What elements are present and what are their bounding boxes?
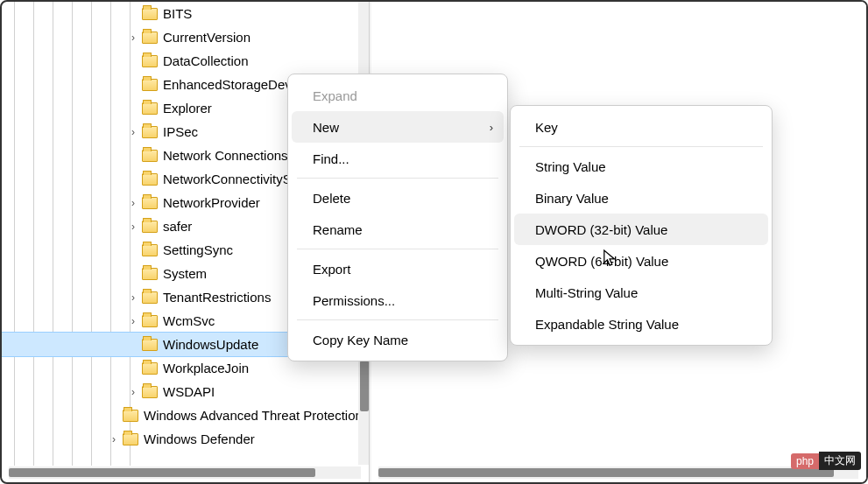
folder-icon	[142, 126, 158, 138]
tree-item-label: Explorer	[163, 101, 212, 116]
tree-item-label: WorkplaceJoin	[163, 361, 249, 375]
menu-separator	[297, 249, 498, 249]
tree-item-label: Network Connections	[163, 148, 288, 163]
tree-item-label: NetworkProvider	[163, 195, 260, 210]
tree-item-label: WcmSvc	[163, 313, 215, 328]
folder-icon	[142, 339, 158, 351]
folder-icon	[142, 32, 158, 44]
folder-icon	[142, 102, 158, 115]
chevron-right-icon[interactable]: ›	[126, 220, 140, 234]
tree-item[interactable]: DataCollection	[2, 49, 370, 73]
folder-icon	[142, 8, 158, 20]
folder-icon	[142, 362, 158, 375]
menu-item-label: Multi-String Value	[535, 285, 638, 300]
tree-horizontal-scrollbar[interactable]	[9, 466, 361, 479]
watermark-left: php	[791, 453, 819, 469]
scrollbar-thumb[interactable]	[378, 468, 834, 477]
folder-icon	[142, 386, 158, 398]
submenu-item[interactable]: QWORD (64-bit) Value	[514, 245, 768, 277]
menu-item-label: QWORD (64-bit) Value	[535, 254, 668, 269]
folder-icon	[142, 291, 158, 304]
menu-item-label: DWORD (32-bit) Value	[535, 222, 667, 237]
menu-item-label: Export	[313, 262, 350, 277]
chevron-right-icon[interactable]: ›	[126, 125, 140, 139]
chevron-right-icon: ›	[490, 121, 493, 134]
chevron-right-icon[interactable]: ›	[107, 432, 121, 446]
watermark-right: 中文网	[819, 452, 861, 470]
tree-item[interactable]: ›WSDAPI	[2, 380, 370, 403]
folder-icon	[142, 150, 158, 162]
context-menu-item: Expand	[292, 80, 504, 111]
tree-item[interactable]: BITS	[2, 2, 370, 25]
folder-icon	[123, 410, 138, 422]
context-menu-item[interactable]: Delete	[292, 182, 504, 214]
tree-item-label: WSDAPI	[163, 384, 215, 399]
folder-icon	[142, 79, 158, 91]
tree-item[interactable]: ›CurrentVersion	[2, 25, 370, 49]
tree-item-label: CurrentVersion	[163, 30, 251, 45]
menu-item-label: Delete	[313, 191, 350, 206]
context-submenu-new: KeyString ValueBinary ValueDWORD (32-bit…	[510, 105, 773, 346]
tree-item-label: SettingSync	[163, 242, 233, 257]
tree-item-label: IPSec	[163, 124, 198, 139]
tree-item-label: safer	[163, 219, 192, 234]
tree-item-label: TenantRestrictions	[163, 290, 271, 305]
menu-item-label: Find...	[313, 151, 349, 166]
menu-item-label: Expand	[313, 88, 357, 103]
tree-item[interactable]: Windows Advanced Threat Protection	[2, 403, 370, 427]
tree-item-label: BITS	[163, 6, 192, 21]
submenu-item[interactable]: Expandable String Value	[514, 308, 768, 340]
menu-item-label: Copy Key Name	[313, 333, 408, 347]
context-menu-item[interactable]: Export	[292, 253, 504, 284]
folder-icon	[142, 197, 158, 209]
tree-item-label: DataCollection	[163, 53, 249, 68]
submenu-item[interactable]: DWORD (32-bit) Value	[514, 214, 768, 245]
chevron-right-icon[interactable]: ›	[126, 196, 140, 210]
menu-item-label: Key	[535, 120, 558, 135]
scrollbar-thumb[interactable]	[360, 361, 369, 411]
chevron-right-icon[interactable]: ›	[126, 31, 140, 45]
context-menu-item[interactable]: Rename	[292, 214, 504, 245]
menu-item-label: New	[313, 120, 339, 135]
folder-icon	[142, 315, 158, 327]
folder-icon	[123, 433, 138, 445]
context-menu-item[interactable]: Copy Key Name	[292, 324, 504, 355]
folder-icon	[142, 221, 158, 233]
scrollbar-thumb[interactable]	[9, 468, 315, 477]
folder-icon	[142, 244, 158, 256]
submenu-item[interactable]: Binary Value	[514, 182, 768, 214]
context-menu-item[interactable]: Find...	[292, 143, 504, 174]
chevron-right-icon[interactable]: ›	[126, 385, 140, 399]
chevron-right-icon[interactable]: ›	[126, 291, 140, 305]
watermark: php 中文网	[791, 452, 861, 470]
folder-icon	[142, 173, 158, 186]
menu-separator	[519, 146, 763, 147]
folder-icon	[142, 268, 158, 280]
values-horizontal-scrollbar[interactable]	[378, 466, 858, 479]
tree-item-label: WindowsUpdate	[163, 337, 258, 352]
menu-item-label: Expandable String Value	[535, 317, 679, 332]
chevron-right-icon[interactable]: ›	[126, 314, 140, 328]
tree-item[interactable]: ›Windows Defender	[2, 427, 370, 451]
context-menu-item[interactable]: New›	[292, 111, 504, 143]
submenu-item[interactable]: Multi-String Value	[514, 277, 768, 308]
context-menu-item[interactable]: Permissions...	[292, 284, 504, 316]
menu-item-label: String Value	[535, 159, 606, 174]
menu-item-label: Permissions...	[313, 293, 395, 308]
menu-item-label: Rename	[313, 222, 363, 237]
context-menu: ExpandNew›Find...DeleteRenameExportPermi…	[287, 74, 508, 361]
tree-item-label: System	[163, 266, 207, 281]
tree-item-label: Windows Defender	[144, 431, 255, 446]
menu-separator	[297, 178, 498, 179]
folder-icon	[142, 55, 158, 67]
submenu-item[interactable]: String Value	[514, 151, 768, 182]
submenu-item[interactable]: Key	[514, 111, 768, 143]
menu-item-label: Binary Value	[535, 191, 609, 206]
menu-separator	[297, 319, 498, 320]
tree-item-label: Windows Advanced Threat Protection	[144, 408, 363, 423]
